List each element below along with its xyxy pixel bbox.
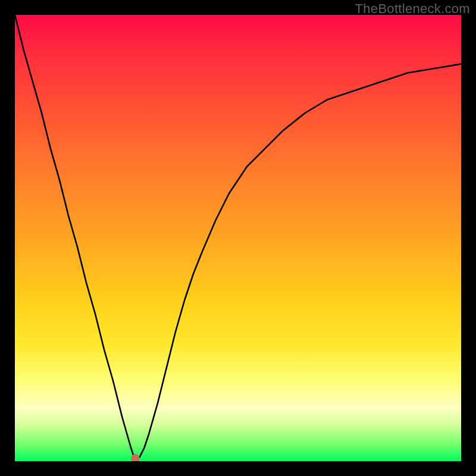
plot-area	[15, 15, 461, 461]
curve-svg	[15, 15, 461, 461]
chart-frame: TheBottleneck.com	[0, 0, 476, 476]
bottleneck-curve	[15, 15, 461, 461]
watermark-text: TheBottleneck.com	[355, 1, 470, 17]
optimum-marker	[131, 454, 140, 461]
